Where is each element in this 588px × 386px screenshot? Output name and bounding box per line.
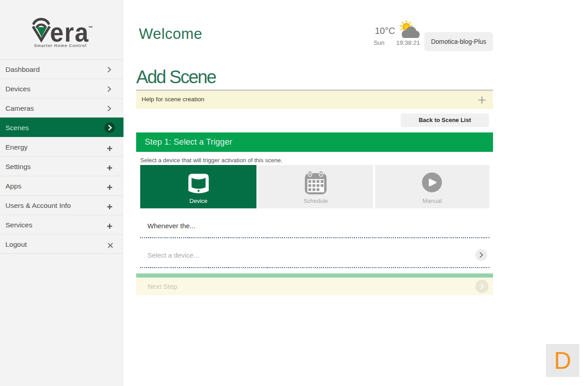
svg-text:™: ™ bbox=[88, 25, 93, 30]
svg-text:Smarter Home Control: Smarter Home Control bbox=[34, 43, 86, 48]
